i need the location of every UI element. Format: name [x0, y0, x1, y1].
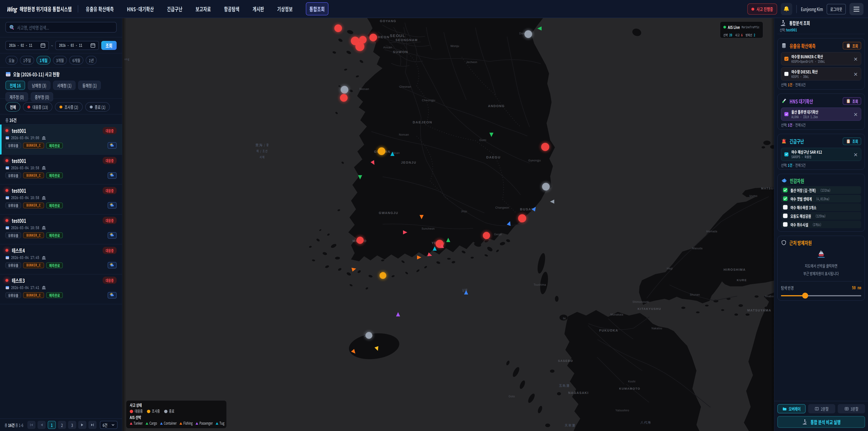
svg-text:Masuda: Masuda [692, 247, 703, 250]
svg-text:八代海: 八代海 [640, 420, 651, 425]
svg-text:남해: 남해 [462, 287, 468, 293]
svg-text:Iksan: Iksan [393, 151, 400, 155]
svg-text:Seosan: Seosan [359, 88, 369, 91]
svg-text:DAEJEON: DAEJEON [413, 120, 432, 124]
svg-text:Gyeongju: Gyeongju [528, 159, 541, 162]
svg-text:SASEBO: SASEBO [558, 359, 573, 363]
svg-text:GOYANG: GOYANG [380, 19, 397, 23]
svg-text:Izumo: Izumo [749, 194, 757, 197]
svg-text:Jecheon: Jecheon [466, 61, 477, 64]
svg-text:Cheonan: Cheonan [399, 85, 411, 88]
svg-text:NAGASAKI: NAGASAKI [568, 391, 589, 395]
svg-text:Yatsushiro: Yatsushiro [616, 409, 629, 412]
svg-text:Tsushima: Tsushima [534, 283, 546, 286]
svg-text:Suncheon: Suncheon [422, 227, 435, 230]
svg-text:Shunan: Shunan [690, 293, 700, 296]
svg-text:Nonsan: Nonsan [399, 133, 409, 136]
svg-text:Wonju: Wonju [450, 44, 459, 48]
svg-text:Ansan: Ansan [383, 45, 392, 49]
svg-text:Goto: Goto [508, 395, 515, 398]
svg-text:KURE: KURE [737, 278, 747, 282]
svg-text:서해: 서해 [259, 155, 265, 159]
svg-text:Gumi: Gumi [479, 138, 487, 142]
svg-text:黄海 / 황: 黄海 / 황 [255, 143, 269, 147]
svg-text:FUKUOKA: FUKUOKA [599, 329, 618, 332]
svg-text:Munakata: Munakata [611, 313, 623, 316]
svg-text:KITAKYUSHU: KITAKYUSHU [638, 307, 661, 311]
svg-text:Cheongju: Cheongju [422, 98, 435, 102]
svg-text:Jinju: Jinju [461, 210, 467, 213]
svg-text:SEONGNAM: SEONGNAM [396, 38, 418, 42]
svg-text:JEONJU: JEONJU [401, 161, 416, 164]
svg-text:Geoje: Geoje [494, 233, 502, 236]
svg-text:Nakatsu: Nakatsu [651, 327, 662, 330]
svg-text:HIROSHIMA: HIROSHIMA [723, 268, 746, 271]
svg-text:五島灘: 五島灘 [559, 383, 570, 388]
svg-text:Changwon: Changwon [495, 206, 509, 209]
svg-text:DAEGU: DAEGU [486, 155, 501, 159]
svg-text:ANDONG: ANDONG [488, 104, 505, 108]
svg-text:GWANGJU: GWANGJU [379, 211, 398, 215]
svg-text:MATSUYAMA: MATSUYAMA [747, 308, 772, 312]
svg-text:SEOUL: SEOUL [390, 34, 405, 38]
svg-text:KUMAMOTO: KUMAMOTO [619, 387, 640, 390]
svg-text:Hamada: Hamada [706, 230, 717, 233]
svg-text:Koshi: Koshi [628, 380, 636, 383]
svg-text:해 / 조선: 해 / 조선 [256, 149, 268, 153]
svg-text:SUWON: SUWON [393, 50, 408, 54]
svg-text:Hagi: Hagi [667, 267, 673, 270]
svg-text:Shimonoseki: Shimonoseki [632, 300, 649, 304]
svg-text:天草灘: 天草灘 [565, 423, 576, 427]
svg-text:Iki: Iki [563, 317, 566, 320]
